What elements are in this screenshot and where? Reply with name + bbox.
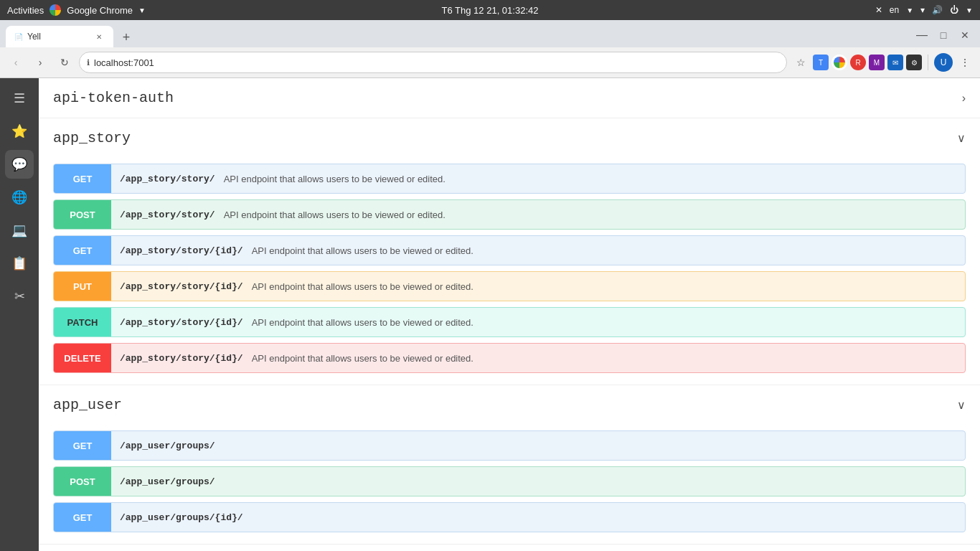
- endpoint-path: /app_story/story/{id}/: [111, 353, 252, 364]
- api-section-token-auth-title: api-token-auth: [53, 90, 174, 106]
- browser-name-label[interactable]: Google Chrome: [67, 5, 133, 16]
- endpoint-row[interactable]: PUT /app_story/story/{id}/ API endpoint …: [53, 271, 966, 301]
- method-badge: POST: [54, 200, 111, 229]
- method-badge: POST: [54, 467, 111, 496]
- story-chevron: ∨: [957, 131, 966, 145]
- os-bar-left: Activities Google Chrome ▼: [7, 4, 146, 16]
- activities-label[interactable]: Activities: [7, 5, 44, 16]
- endpoint-desc: API endpoint that allows users to be vie…: [252, 281, 482, 292]
- ext-mail[interactable]: ✉: [887, 55, 903, 70]
- info-icon: ℹ: [87, 58, 90, 67]
- forward-button[interactable]: ›: [30, 52, 50, 72]
- api-section-story-header[interactable]: app_story ∨: [39, 118, 980, 158]
- sidebar-item-menu[interactable]: ☰: [5, 84, 34, 113]
- endpoint-row[interactable]: PATCH /app_story/story/{id}/ API endpoin…: [53, 307, 966, 337]
- dropdown-arrow-icon[interactable]: ▼: [138, 6, 146, 14]
- ext-translate[interactable]: T: [813, 55, 829, 70]
- language-label[interactable]: en: [890, 5, 899, 15]
- sidebar-item-chat[interactable]: 💬: [5, 150, 34, 179]
- endpoint-path: /app_user/groups/: [111, 476, 224, 487]
- wifi-icon: ▾: [920, 5, 925, 15]
- dropdown-icon2[interactable]: ▼: [966, 6, 973, 14]
- chrome-color-icon: [50, 4, 61, 16]
- tab-favicon: 📄: [14, 33, 23, 41]
- endpoint-desc: API endpoint that allows users to be vie…: [224, 209, 454, 220]
- method-badge: GET: [54, 236, 111, 265]
- lang-dropdown-icon[interactable]: ▼: [906, 6, 913, 14]
- method-badge: GET: [54, 431, 111, 460]
- volume-icon: 🔊: [932, 5, 943, 15]
- nav-separator: [928, 55, 928, 70]
- endpoint-row[interactable]: GET /app_user/groups/{id}/: [53, 502, 966, 532]
- endpoint-desc: API endpoint that allows users to be vie…: [252, 353, 482, 364]
- ext-red[interactable]: R: [850, 55, 866, 70]
- browser-window: 📄 Yell ✕ + — □ ✕ ‹ › ↻ ℹ localhost:7001 …: [0, 20, 980, 78]
- tab-close-button[interactable]: ✕: [93, 31, 105, 42]
- address-bar[interactable]: ℹ localhost:7001: [79, 52, 787, 73]
- story-endpoints: GET /app_story/story/ API endpoint that …: [39, 158, 980, 385]
- method-badge: DELETE: [54, 344, 111, 372]
- endpoint-path: /app_story/story/{id}/: [111, 281, 252, 292]
- token-auth-chevron: ›: [962, 92, 966, 105]
- back-button[interactable]: ‹: [6, 52, 26, 72]
- endpoint-row[interactable]: POST /app_user/groups/: [53, 466, 966, 496]
- api-section-token-auth-header[interactable]: api-token-auth ›: [39, 78, 980, 118]
- user-avatar[interactable]: U: [934, 53, 953, 72]
- content-area[interactable]: api-token-auth › app_story ∨ GET /app_st…: [39, 78, 980, 551]
- sidebar: ☰ ⭐ 💬 🌐 💻 📋 ✂: [0, 78, 39, 551]
- tab-bar: 📄 Yell ✕ + — □ ✕: [0, 20, 980, 47]
- sidebar-item-browser[interactable]: 🌐: [5, 183, 34, 212]
- api-section-story: app_story ∨ GET /app_story/story/ API en…: [39, 118, 980, 385]
- api-section-user: app_user ∨ GET /app_user/groups/ POST /a…: [39, 385, 980, 545]
- ext-purple[interactable]: M: [869, 55, 885, 70]
- user-endpoints: GET /app_user/groups/ POST /app_user/gro…: [39, 425, 980, 544]
- reload-button[interactable]: ↻: [55, 52, 75, 72]
- method-badge: GET: [54, 503, 111, 532]
- sidebar-item-edit[interactable]: ✂: [5, 282, 34, 311]
- ext-chrome[interactable]: [831, 55, 847, 70]
- menu-button[interactable]: ⋮: [956, 53, 974, 72]
- endpoint-path: /app_user/groups/{id}/: [111, 512, 252, 523]
- url-text: localhost:7001: [94, 57, 154, 68]
- endpoint-path: /app_story/story/: [111, 174, 224, 184]
- tab-title: Yell: [27, 32, 41, 42]
- api-section-story-title: app_story: [53, 130, 131, 146]
- api-section-user-title: app_user: [53, 397, 122, 413]
- active-tab[interactable]: 📄 Yell ✕: [6, 26, 113, 47]
- endpoint-row[interactable]: GET /app_story/story/{id}/ API endpoint …: [53, 235, 966, 265]
- power-icon[interactable]: ⏻: [950, 5, 958, 15]
- maximize-button[interactable]: □: [934, 26, 953, 44]
- bookmark-button[interactable]: ☆: [791, 53, 810, 72]
- os-bar-right: ✕ en ▼ ▾ 🔊 ⏻ ▼: [875, 5, 973, 15]
- user-chevron: ∨: [957, 398, 966, 412]
- minimize-button[interactable]: —: [913, 26, 931, 44]
- method-badge: PATCH: [54, 308, 111, 336]
- os-datetime: T6 Thg 12 21, 01:32:42: [442, 5, 539, 16]
- endpoint-row[interactable]: POST /app_story/story/ API endpoint that…: [53, 199, 966, 230]
- endpoint-row[interactable]: DELETE /app_story/story/{id}/ API endpoi…: [53, 343, 966, 373]
- os-bar: Activities Google Chrome ▼ T6 Thg 12 21,…: [0, 0, 980, 20]
- endpoint-row[interactable]: GET /app_user/groups/: [53, 430, 966, 461]
- ext-gear[interactable]: ⚙: [906, 55, 922, 70]
- endpoint-row[interactable]: GET /app_story/story/ API endpoint that …: [53, 164, 966, 194]
- endpoint-path: /app_user/groups/: [111, 441, 224, 451]
- endpoint-path: /app_story/story/: [111, 209, 224, 220]
- endpoint-desc: API endpoint that allows users to be vie…: [252, 317, 482, 328]
- endpoint-path: /app_story/story/{id}/: [111, 245, 252, 256]
- endpoint-desc: API endpoint that allows users to be vie…: [224, 174, 454, 184]
- settings-icon[interactable]: ✕: [875, 5, 882, 15]
- method-badge: GET: [54, 164, 111, 193]
- sidebar-item-starred[interactable]: ⭐: [5, 117, 34, 146]
- sidebar-item-notes[interactable]: 📋: [5, 249, 34, 278]
- method-badge: PUT: [54, 272, 111, 301]
- api-section-user-header[interactable]: app_user ∨: [39, 385, 980, 425]
- endpoint-path: /app_story/story/{id}/: [111, 317, 252, 328]
- main-layout: ☰ ⭐ 💬 🌐 💻 📋 ✂ api-token-auth › app_story…: [0, 78, 980, 551]
- api-section-token-auth: api-token-auth ›: [39, 78, 980, 118]
- nav-actions: ☆ T R M ✉ ⚙ U ⋮: [791, 53, 974, 72]
- close-button[interactable]: ✕: [956, 26, 974, 44]
- sidebar-item-ide[interactable]: 💻: [5, 216, 34, 245]
- new-tab-button[interactable]: +: [116, 27, 136, 47]
- nav-bar: ‹ › ↻ ℹ localhost:7001 ☆ T R M ✉ ⚙ U ⋮: [0, 47, 980, 77]
- endpoint-desc: API endpoint that allows users to be vie…: [252, 245, 482, 256]
